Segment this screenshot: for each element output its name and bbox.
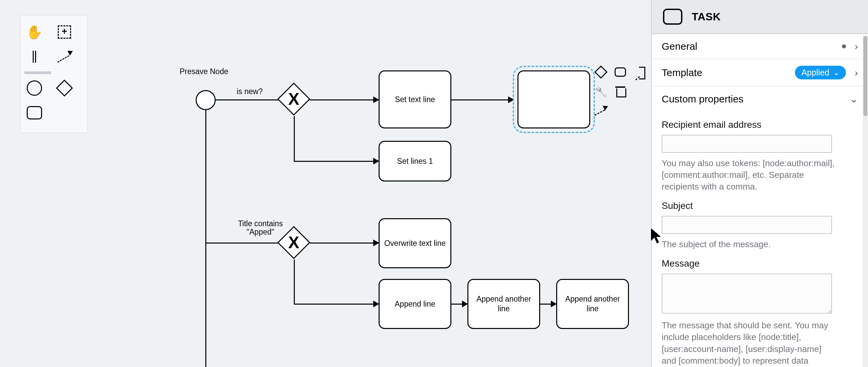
- task-set-text-line[interactable]: Set text line: [379, 70, 452, 129]
- section-dirty-indicator-icon: [842, 44, 846, 48]
- template-applied-badge-text: Applied: [802, 68, 829, 77]
- task-append-another-2[interactable]: Append another line: [556, 279, 629, 329]
- tool-gateway-icon[interactable]: [54, 78, 74, 98]
- section-template-label: Template: [662, 67, 703, 78]
- chevron-down-icon: ⌄: [850, 93, 858, 105]
- edge-gw2-down: [294, 260, 295, 304]
- task-append-another-1[interactable]: Append another line: [467, 279, 540, 329]
- start-event[interactable]: [196, 90, 216, 110]
- field-message-help: The message that should be sent. You may…: [662, 320, 835, 366]
- edge-gw2-append: [294, 304, 376, 305]
- edge-gw1-down: [294, 116, 295, 162]
- gateway-x-icon: X: [288, 233, 299, 252]
- ctx-append-task-icon[interactable]: [614, 65, 627, 79]
- field-subject-label: Subject: [662, 201, 858, 211]
- properties-panel: TASK General › Template A: [651, 0, 868, 367]
- edge-gw2-overwrite: [310, 242, 376, 243]
- edge-settext-selected: [452, 99, 511, 100]
- context-pad: [594, 65, 648, 124]
- task-selected-blank[interactable]: [518, 70, 590, 129]
- field-recipient-label: Recipient email address: [662, 120, 858, 130]
- task-type-icon: [663, 9, 682, 25]
- tool-hand-icon[interactable]: [24, 22, 44, 42]
- edge-main-trunk: [205, 110, 206, 367]
- gateway-x-icon: X: [288, 90, 299, 109]
- task-set-lines-1[interactable]: Set lines 1: [379, 141, 452, 181]
- field-subject-input[interactable]: [662, 216, 832, 234]
- properties-header: TASK: [652, 0, 868, 34]
- template-applied-badge[interactable]: Applied ⌄: [795, 66, 846, 79]
- scrollbar-thumb[interactable]: [863, 36, 867, 116]
- ctx-wrench-icon[interactable]: [594, 85, 608, 98]
- edge-gw1-settext: [310, 99, 376, 100]
- section-general-label: General: [662, 41, 698, 52]
- field-recipient-help: You may also use tokens: [node:author:ma…: [662, 158, 835, 193]
- chevron-down-icon: ⌄: [833, 68, 839, 77]
- ctx-delete-icon[interactable]: [614, 85, 627, 98]
- chevron-right-icon: ›: [855, 67, 858, 78]
- chevron-right-icon: ›: [855, 41, 858, 52]
- section-template[interactable]: Template Applied ⌄ ›: [652, 59, 868, 87]
- properties-scrollbar[interactable]: [863, 35, 868, 367]
- ctx-text-annotation-icon[interactable]: [633, 65, 646, 79]
- section-general[interactable]: General ›: [652, 34, 868, 59]
- properties-title: TASK: [692, 11, 721, 23]
- arrow-settext-selected: [508, 96, 514, 103]
- gateway-is-new[interactable]: X: [277, 83, 310, 116]
- tool-lasso-icon[interactable]: [54, 22, 74, 42]
- label-title-contains: Title contains "Apped": [230, 220, 290, 237]
- task-overwrite-text-line[interactable]: Overwrite text line: [379, 218, 452, 268]
- ctx-append-gateway-icon[interactable]: [594, 65, 608, 79]
- tool-connector-icon[interactable]: [54, 47, 74, 67]
- field-message-label: Message: [662, 258, 858, 269]
- tool-space-icon[interactable]: [24, 47, 44, 67]
- edge-gw1-setlines: [294, 161, 376, 162]
- workflow-canvas[interactable]: Presave Node is new? Title contains "App…: [0, 0, 651, 367]
- tool-palette: [20, 15, 88, 133]
- tool-start-event-icon[interactable]: [24, 78, 44, 98]
- label-is-new: is new?: [237, 88, 263, 96]
- section-custom-properties[interactable]: Custom properties ⌄: [652, 87, 868, 111]
- task-append-line[interactable]: Append line: [379, 279, 452, 329]
- edge-start-to-gw1: [216, 99, 281, 100]
- palette-separator: [24, 71, 51, 74]
- section-custom-label: Custom properties: [662, 93, 743, 105]
- label-presave-node: Presave Node: [180, 67, 228, 76]
- field-subject-help: The subject of the message.: [662, 238, 835, 250]
- edge-trunk-gw2: [205, 242, 281, 243]
- tool-task-icon[interactable]: [24, 103, 44, 123]
- field-message-input[interactable]: [662, 274, 832, 313]
- ctx-connect-icon[interactable]: [594, 104, 608, 118]
- field-recipient-input[interactable]: [662, 135, 832, 153]
